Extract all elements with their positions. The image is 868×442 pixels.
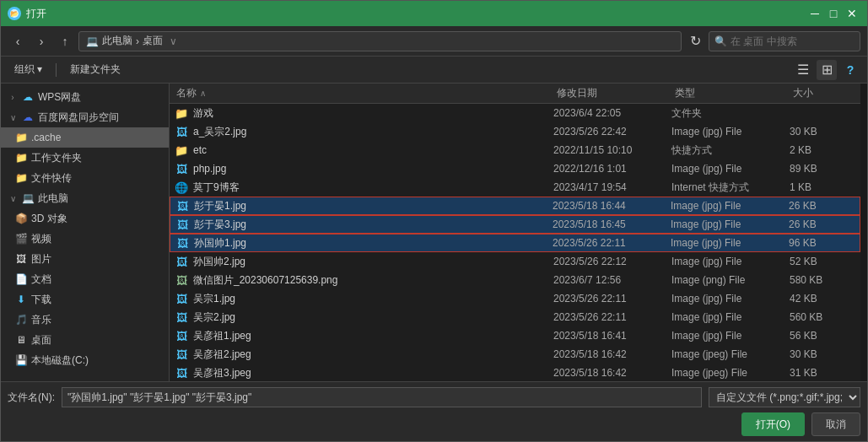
sidebar-item-local-drive[interactable]: 💾 本地磁盘(C:) (1, 350, 169, 370)
breadcrumb-sep1: › (136, 35, 139, 47)
dialog-icon: 📂 (8, 7, 21, 20)
file-size: 560 KB (790, 311, 857, 323)
organize-button[interactable]: 组织 ▾ (8, 60, 49, 80)
breadcrumb-computer: 此电脑 (102, 34, 132, 48)
file-row[interactable]: 🖼吴彦祖1.jpeg2023/5/18 16:41Image (jpg) Fil… (170, 326, 860, 345)
file-row[interactable]: 🖼a_吴宗2.jpg2023/5/26 22:42Image (jpg) Fil… (170, 122, 860, 141)
back-button[interactable]: ‹ (8, 31, 28, 51)
file-date: 2023/5/26 22:42 (553, 126, 671, 137)
breadcrumb[interactable]: 💻 此电脑 › 桌面 ∨ (78, 31, 682, 51)
file-type: Image (jpg) File (671, 256, 790, 267)
col-header-name[interactable]: 名称 ∧ (173, 86, 553, 100)
file-panel: 名称 ∧ 修改日期 类型 大小 📁游戏2023/6/4 22:05文件夹🖼a_吴… (170, 84, 860, 381)
file-size: 30 KB (790, 126, 857, 137)
file-date: 2023/5/26 22:11 (553, 293, 671, 305)
file-name: 吴宗1.jpg (190, 292, 553, 306)
col-header-date[interactable]: 修改日期 (553, 86, 671, 100)
file-size: 26 KB (789, 200, 856, 212)
folder-icon: 📁 (14, 131, 28, 144)
file-size: 30 KB (790, 348, 857, 360)
file-name: a_吴宗2.jpg (190, 125, 553, 139)
sidebar-item-downloads[interactable]: ⬇ 下载 (1, 289, 169, 310)
file-date: 2022/12/16 1:01 (553, 163, 671, 175)
png-icon: 🖼 (173, 272, 190, 288)
file-row[interactable]: 🖼吴宗2.jpg2023/5/26 22:11Image (jpg) File5… (170, 308, 860, 326)
video-icon: 🎬 (14, 232, 28, 245)
folder-icon: 📁 (14, 171, 28, 185)
sidebar-item-pictures[interactable]: 🖼 图片 (1, 249, 169, 269)
downloads-icon: ⬇ (14, 293, 28, 306)
cancel-button[interactable]: 取消 (811, 412, 860, 436)
sidebar-item-3d[interactable]: 📦 3D 对象 (1, 208, 169, 229)
filename-input[interactable] (62, 387, 702, 407)
jpg-icon: 🖼 (173, 160, 190, 177)
file-row[interactable]: 🖼吴彦祖3.jpeg2023/5/18 16:42Image (jpeg) Fi… (170, 364, 860, 381)
file-name: 微信图片_20230607125639.png (190, 273, 553, 288)
breadcrumb-dropdown-icon[interactable]: ∨ (170, 35, 177, 47)
file-type: Image (png) File (671, 274, 790, 286)
sidebar-label: 桌面 (31, 333, 51, 348)
svg-text:📂: 📂 (10, 9, 19, 18)
forward-button[interactable]: › (31, 31, 51, 51)
file-size: 52 KB (790, 256, 857, 267)
file-list[interactable]: 📁游戏2023/6/4 22:05文件夹🖼a_吴宗2.jpg2023/5/26 … (170, 104, 860, 381)
file-row[interactable]: 🖼彭于晏3.jpg2023/5/18 16:45Image (jpg) File… (170, 215, 860, 234)
help-button[interactable]: ? (840, 60, 860, 80)
file-date: 2023/5/18 16:42 (553, 367, 671, 379)
maximize-button[interactable]: □ (825, 5, 842, 22)
sidebar-item-desktop[interactable]: 🖥 桌面 (1, 330, 169, 350)
new-folder-button[interactable]: 新建文件夹 (63, 60, 127, 80)
refresh-button[interactable]: ↻ (685, 31, 705, 51)
sidebar-label: 文档 (31, 272, 51, 287)
file-row[interactable]: 🖼孙国帅1.jpg2023/5/26 22:11Image (jpg) File… (170, 234, 860, 252)
expand-icon: › (8, 92, 18, 102)
search-bar[interactable]: 🔍 (709, 31, 860, 51)
filetype-select[interactable]: 自定义文件 (*.png;*.gif;*.jpg;*. (709, 387, 860, 407)
col-header-type[interactable]: 类型 (671, 86, 790, 100)
jpg-icon: 🖼 (173, 253, 190, 270)
expand-icon: ∨ (8, 193, 18, 203)
file-type: Image (jpeg) File (671, 348, 790, 360)
file-row[interactable]: 🌐莫丁9博客2023/4/17 19:54Internet 快捷方式1 KB (170, 178, 860, 197)
file-size: 96 KB (789, 237, 856, 249)
view-grid-button[interactable]: ⊞ (817, 60, 837, 80)
file-date: 2023/5/18 16:45 (553, 218, 671, 230)
file-date: 2023/5/26 22:11 (553, 237, 671, 249)
scrollbar-area (860, 84, 867, 381)
file-size: 42 KB (790, 293, 857, 305)
file-row[interactable]: 📁etc2022/11/15 10:10快捷方式2 KB (170, 141, 860, 159)
sidebar-item-baidu-drive[interactable]: ∨ ☁ 百度网盘同步空间 (1, 107, 169, 127)
file-row[interactable]: 🖼php.jpg2022/12/16 1:01Image (jpg) File8… (170, 159, 860, 178)
desktop-icon: 🖥 (14, 333, 28, 347)
sidebar-item-music[interactable]: 🎵 音乐 (1, 310, 169, 330)
file-row[interactable]: 🖼彭于晏1.jpg2023/5/18 16:44Image (jpg) File… (170, 197, 860, 215)
file-row[interactable]: 🖼吴彦祖2.jpeg2023/5/18 16:42Image (jpeg) Fi… (170, 345, 860, 364)
sidebar-item-work-folder[interactable]: 📁 工作文件夹 (1, 148, 169, 168)
search-input[interactable] (731, 35, 855, 47)
minimize-button[interactable]: ─ (806, 5, 823, 22)
close-button[interactable]: ✕ (844, 5, 860, 22)
sidebar-label: 工作文件夹 (31, 151, 82, 165)
sidebar-item-quick-transfer[interactable]: 📁 文件快传 (1, 168, 169, 188)
filename-label: 文件名(N): (8, 391, 55, 405)
file-row[interactable]: 🖼微信图片_20230607125639.png2023/6/7 12:56Im… (170, 271, 860, 289)
file-header: 名称 ∧ 修改日期 类型 大小 (170, 84, 860, 104)
sidebar-item-this-pc[interactable]: ∨ 💻 此电脑 (1, 188, 169, 208)
up-button[interactable]: ↑ (55, 31, 75, 51)
file-size: 1 KB (790, 181, 857, 193)
file-row[interactable]: 🖼吴宗1.jpg2023/5/26 22:11Image (jpg) File4… (170, 289, 860, 308)
sidebar-item-cache[interactable]: 📁 .cache (1, 127, 169, 148)
sidebar-item-video[interactable]: 🎬 视频 (1, 229, 169, 249)
file-row[interactable]: 🖼孙国帅2.jpg2023/5/26 22:12Image (jpg) File… (170, 252, 860, 271)
open-button[interactable]: 打开(O) (741, 412, 805, 436)
sidebar-item-documents[interactable]: 📄 文档 (1, 269, 169, 289)
view-list-button[interactable]: ☰ (793, 60, 813, 80)
sidebar-item-wps-drive[interactable]: › ☁ WPS网盘 (1, 87, 169, 107)
file-row[interactable]: 📁游戏2023/6/4 22:05文件夹 (170, 104, 860, 122)
search-icon: 🔍 (714, 35, 727, 47)
jpg-icon: 🖼 (173, 346, 190, 363)
jpg-icon: 🖼 (173, 123, 190, 140)
sidebar-label: 图片 (31, 252, 51, 267)
col-header-size[interactable]: 大小 (790, 86, 857, 100)
jpg-icon: 🖼 (173, 309, 190, 326)
